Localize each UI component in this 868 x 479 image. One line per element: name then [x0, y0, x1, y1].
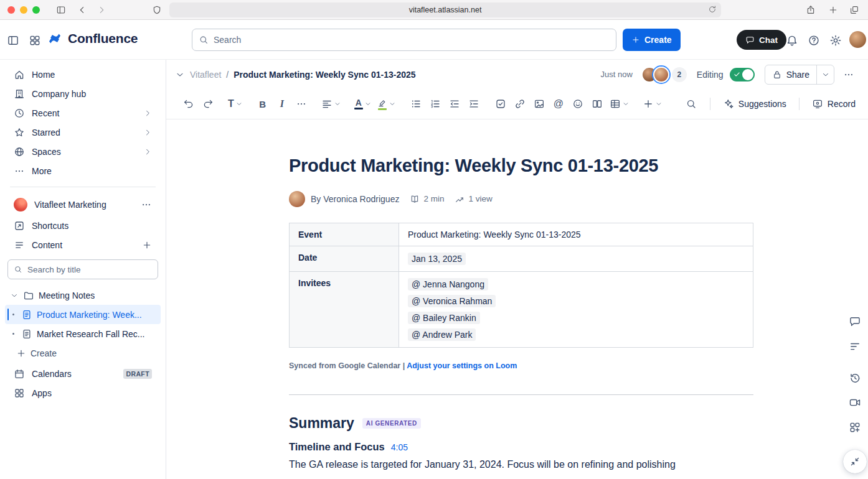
space-more-icon[interactable]: [141, 199, 152, 210]
sidebar-item-spaces[interactable]: Spaces: [4, 142, 162, 161]
browser-back-button[interactable]: [75, 2, 90, 17]
breadcrumb-page-title[interactable]: Product Marketing: Weekly Sync 01-13-202…: [234, 70, 415, 80]
body-paragraph[interactable]: The GA release is targeted for January 3…: [289, 457, 753, 472]
timestamp-link[interactable]: 4:05: [391, 442, 408, 452]
window-zoom-button[interactable]: [32, 6, 40, 14]
create-button[interactable]: Create: [623, 29, 681, 51]
image-button[interactable]: [531, 94, 548, 114]
breadcrumb-chevron-icon[interactable]: [175, 70, 185, 80]
italic-button[interactable]: I: [273, 94, 291, 114]
sidebar-item-calendars[interactable]: Calendars DRAFT: [4, 364, 162, 383]
chat-button[interactable]: Chat: [737, 30, 786, 50]
notifications-button[interactable]: [784, 32, 800, 49]
tree-create-button[interactable]: Create: [5, 343, 161, 363]
chevron-down-icon[interactable]: [10, 291, 19, 300]
event-info-table[interactable]: Event Product Marketing: Weekly Sync 01-…: [289, 223, 753, 348]
share-button[interactable]: Share: [765, 65, 816, 84]
undo-button[interactable]: [180, 94, 197, 114]
editing-toggle[interactable]: [730, 68, 755, 81]
author-name[interactable]: By Veronica Rodriguez: [311, 194, 399, 204]
sidebar-item-home[interactable]: Home: [4, 65, 162, 84]
text-color-button[interactable]: A: [352, 94, 374, 114]
task-button[interactable]: [492, 94, 509, 114]
confluence-logo[interactable]: Confluence: [47, 31, 138, 46]
browser-newtab-button[interactable]: [826, 2, 841, 17]
comments-button[interactable]: [847, 314, 862, 329]
add-content-icon[interactable]: [142, 240, 152, 250]
date-cell[interactable]: Jan 13, 2025: [399, 246, 753, 271]
bullet-list-button[interactable]: [407, 94, 425, 114]
global-search-input[interactable]: [214, 35, 610, 45]
mention-chip[interactable]: @ Veronica Rahman: [408, 295, 496, 307]
event-value[interactable]: Product Marketing: Weekly Sync 01-13-202…: [399, 223, 753, 246]
summary-heading[interactable]: Summary: [289, 415, 354, 432]
collaborator-avatar[interactable]: [653, 67, 669, 83]
more-formatting-button[interactable]: [293, 94, 310, 114]
sidebar-item-shortcuts[interactable]: Shortcuts: [4, 216, 162, 235]
collapse-button[interactable]: [843, 450, 867, 473]
view-count[interactable]: 1 view: [455, 194, 492, 204]
date-chip[interactable]: Jan 13, 2025: [408, 253, 466, 265]
indent-button[interactable]: [465, 94, 483, 114]
row-header-invitees[interactable]: Invitees: [290, 271, 399, 347]
breadcrumb-space[interactable]: Vitafleet: [190, 70, 221, 80]
global-search[interactable]: [192, 29, 616, 51]
collapse-sidebar-button[interactable]: [5, 32, 21, 49]
browser-tabs-button[interactable]: [847, 2, 862, 17]
mention-button[interactable]: @: [550, 94, 567, 114]
collaborator-avatars[interactable]: 2: [641, 67, 687, 83]
app-switcher-button[interactable]: [27, 32, 43, 49]
browser-forward-button[interactable]: [94, 2, 109, 17]
video-button[interactable]: [847, 395, 862, 410]
page-more-button[interactable]: [841, 67, 857, 83]
window-close-button[interactable]: [7, 6, 15, 14]
title-search[interactable]: [7, 259, 158, 279]
sidebar-item-recent[interactable]: Recent: [4, 103, 162, 123]
row-header-event[interactable]: Event: [290, 223, 399, 246]
redo-button[interactable]: [199, 94, 217, 114]
tree-page-selected[interactable]: Product Marketing: Week...: [5, 305, 161, 324]
section-heading[interactable]: Timeline and Focus: [289, 441, 385, 453]
text-style-button[interactable]: T: [226, 94, 245, 114]
window-minimize-button[interactable]: [20, 6, 27, 14]
suggestions-button[interactable]: Suggestions: [720, 94, 789, 114]
alignment-button[interactable]: [319, 94, 343, 114]
sidebar-item-more[interactable]: More: [4, 161, 162, 180]
sidebar-item-content[interactable]: Content: [4, 235, 162, 254]
highlight-button[interactable]: [375, 94, 398, 114]
browser-shield-button[interactable]: [149, 2, 164, 17]
author-avatar[interactable]: [289, 191, 305, 207]
address-bar[interactable]: vitafleet.atlassian.net: [169, 2, 721, 17]
browser-share-button[interactable]: [803, 2, 818, 17]
invitees-cell[interactable]: @ Jenna Nangong @ Veronica Rahman @ Bail…: [399, 271, 753, 347]
reload-button[interactable]: [708, 5, 718, 15]
outdent-button[interactable]: [446, 94, 463, 114]
mention-chip[interactable]: @ Bailey Rankin: [408, 312, 480, 324]
apps-panel-button[interactable]: [847, 420, 862, 435]
row-header-date[interactable]: Date: [290, 246, 399, 271]
emoji-button[interactable]: [569, 94, 587, 114]
sidebar-item-starred[interactable]: Starred: [4, 123, 162, 142]
link-button[interactable]: [511, 94, 529, 114]
editor-canvas[interactable]: Product Marketing: Weekly Sync 01-13-202…: [166, 119, 868, 479]
page-title[interactable]: Product Marketing: Weekly Sync 01-13-202…: [289, 155, 753, 177]
sidebar-item-company-hub[interactable]: Company hub: [4, 84, 162, 103]
share-dropdown-button[interactable]: [816, 65, 834, 84]
bold-button[interactable]: B: [254, 94, 271, 114]
settings-button[interactable]: [828, 32, 844, 49]
space-header[interactable]: Vitafleet Marketing: [4, 193, 162, 216]
insert-button[interactable]: [641, 94, 664, 114]
collaborator-count[interactable]: 2: [672, 67, 687, 82]
sidebar-item-apps[interactable]: Apps: [4, 383, 162, 402]
title-search-input[interactable]: [27, 265, 152, 274]
record-button[interactable]: Record: [809, 94, 858, 114]
tree-folder-meeting-notes[interactable]: Meeting Notes: [5, 286, 161, 305]
mention-chip[interactable]: @ Andrew Park: [408, 328, 476, 341]
tree-page[interactable]: Market Research Fall Rec...: [5, 324, 161, 343]
user-avatar[interactable]: [849, 31, 866, 48]
mention-chip[interactable]: @ Jenna Nangong: [408, 278, 488, 291]
layout-button[interactable]: [588, 94, 606, 114]
browser-sidebar-toggle[interactable]: [54, 2, 68, 17]
numbered-list-button[interactable]: [427, 94, 444, 114]
contents-button[interactable]: [847, 339, 862, 354]
